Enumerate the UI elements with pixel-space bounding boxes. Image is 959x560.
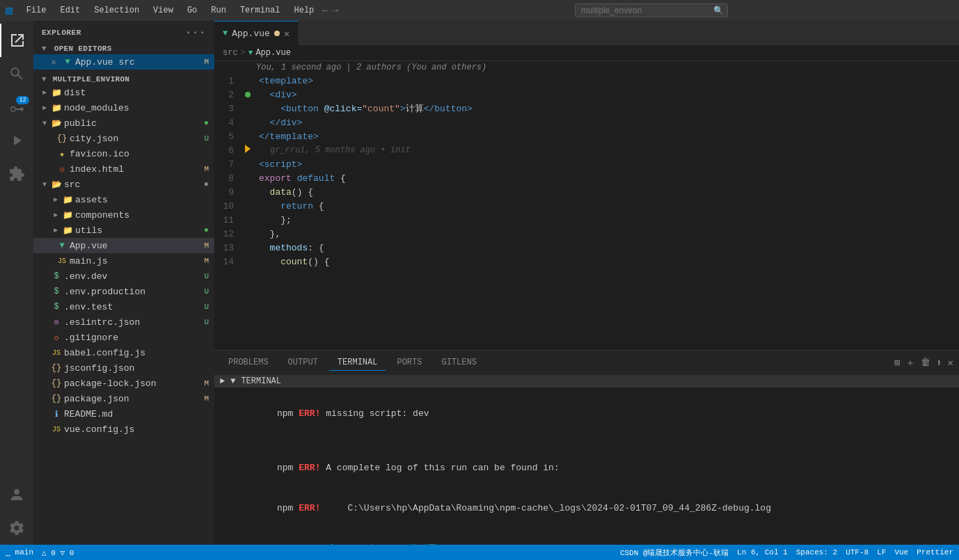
extensions-activity-icon[interactable] (0, 157, 33, 191)
tab-problems[interactable]: PROBLEMS (220, 355, 277, 371)
tree-item-utils[interactable]: ► 📁 utils ● (33, 223, 214, 238)
back-arrow-icon[interactable]: ← (322, 5, 328, 16)
env-file-icon: $ (50, 302, 63, 312)
tab-output[interactable]: OUTPUT (280, 355, 326, 371)
status-formatter[interactable]: Prettier (917, 548, 953, 557)
terminal-label: TERMINAL (241, 376, 281, 386)
source-control-activity-icon[interactable]: 12 (0, 90, 33, 124)
menu-selection[interactable]: Selection (88, 4, 145, 17)
vue-file-icon: ▼ (61, 57, 74, 67)
search-activity-icon[interactable] (0, 57, 33, 90)
run-debug-activity-icon[interactable] (0, 124, 33, 157)
explorer-activity-icon[interactable] (0, 24, 33, 57)
menu-view[interactable]: View (148, 4, 179, 17)
modified-badge: M (204, 241, 209, 250)
breadcrumb-src[interactable]: src (223, 48, 238, 58)
menu-edit[interactable]: Edit (54, 4, 86, 17)
panel-maximize-icon[interactable]: ⬆ (936, 357, 942, 369)
tree-item-main-js[interactable]: JS main.js M (33, 253, 214, 269)
menu-bar: ▧ File Edit Selection View Go Run Termin… (0, 0, 959, 21)
close-icon[interactable]: ✕ (47, 57, 60, 67)
panel-controls: ⊞ ＋ 🗑 ⬆ ✕ (894, 357, 953, 369)
chevron-right-icon: ► (50, 227, 61, 234)
tree-item-env-dev[interactable]: $ .env.dev U (33, 269, 214, 284)
folder-open-icon: 📂 (50, 118, 63, 129)
tree-item-vue-config[interactable]: JS vue.config.js (33, 422, 214, 437)
tree-item-public[interactable]: ▼ 📂 public ● (33, 115, 214, 131)
tab-app-vue[interactable]: ▼ App.vue ✕ (214, 21, 299, 45)
tab-gitlens[interactable]: GITLENS (433, 355, 484, 371)
tab-close-button[interactable]: ✕ (284, 28, 290, 40)
menu-file[interactable]: File (21, 4, 52, 17)
untracked-badge: U (204, 303, 209, 311)
folder-icon: 📁 (61, 225, 74, 236)
tree-item-env-test[interactable]: $ .env.test U (33, 299, 214, 314)
open-editor-app-vue[interactable]: ✕ ▼ App.vue src M (33, 54, 214, 70)
chevron-right-icon: ► (50, 196, 61, 204)
folder-icon: 📁 (61, 210, 74, 221)
panel-close-icon[interactable]: ✕ (948, 357, 953, 369)
folder-icon: 📁 (50, 88, 63, 98)
code-editor[interactable]: 1 <template> 2 <div> 3 <button @click="c… (214, 74, 959, 350)
chevron-right-icon: ► (50, 211, 61, 219)
tree-item-city-json[interactable]: {} city.json U (33, 131, 214, 146)
tree-item-node-modules[interactable]: ► 📁 node_modules (33, 100, 214, 115)
open-editors-tree: ✕ ▼ App.vue src M (33, 54, 214, 70)
settings-activity-icon[interactable] (0, 511, 33, 545)
status-errors[interactable]: △ 0 ▽ 0 (42, 548, 74, 557)
terminal-line-2: npm ERR! A complete log of this run can … (223, 447, 951, 488)
untracked-badge: U (204, 272, 209, 280)
tab-terminal[interactable]: TERMINAL (329, 355, 386, 371)
forward-arrow-icon[interactable]: → (333, 5, 338, 16)
menu-run[interactable]: Run (205, 4, 232, 17)
status-eol[interactable]: LF (877, 548, 886, 557)
tree-item-components[interactable]: ► 📁 components (33, 207, 214, 223)
env-file-icon: $ (50, 287, 63, 296)
status-lang[interactable]: Vue (894, 548, 908, 557)
modified-indicator: ● (204, 118, 209, 128)
tree-item-index-html[interactable]: ◇ index.html M (33, 161, 214, 177)
tree-item-eslintrc[interactable]: ⊙ .eslintrc.json U (33, 314, 214, 330)
panel-trash-icon[interactable]: 🗑 (921, 357, 930, 369)
terminal-content[interactable]: npm ERR! missing script: dev npm ERR! A … (214, 387, 959, 545)
panel-split-icon[interactable]: ⊞ (894, 357, 900, 369)
terminal-line-blank-1 (223, 434, 951, 448)
project-tree: ► 📁 dist ► 📁 node_modules ▼ 📂 public ● (33, 85, 214, 437)
tree-item-babel-config[interactable]: JS babel.config.js (33, 345, 214, 360)
tree-item-gitignore[interactable]: ◇ .gitignore (33, 330, 214, 345)
menu-terminal[interactable]: Terminal (235, 4, 286, 17)
tree-item-src[interactable]: ▼ 📂 src ● (33, 177, 214, 192)
modified-badge: M (204, 379, 209, 387)
tree-item-env-production[interactable]: $ .env.production U (33, 284, 214, 299)
terminal-line-4: PS D:\学习案例\vue实验\多环境配置\multiple_environ> (223, 529, 951, 545)
tree-item-favicon[interactable]: ★ favicon.ico (33, 146, 214, 161)
explorer-menu-button[interactable]: ··· (185, 26, 206, 39)
tree-item-readme[interactable]: ℹ README.md (33, 406, 214, 422)
js-file-icon: JS (50, 426, 63, 433)
menu-go[interactable]: Go (182, 4, 203, 17)
main-area: 12 EXPLORER ··· ▼ OPEN EDITORS ✕ (0, 21, 959, 545)
accounts-activity-icon[interactable] (0, 478, 33, 511)
tab-ports[interactable]: PORTS (388, 355, 430, 371)
code-line-6: 6 gr_rrui, 5 months ago • init (214, 143, 959, 157)
breadcrumb-filename[interactable]: App.vue (255, 48, 290, 58)
tree-item-jsconfig[interactable]: {} jsconfig.json (33, 360, 214, 376)
status-ln-col[interactable]: Ln 6, Col 1 (737, 548, 788, 557)
panel-add-icon[interactable]: ＋ (905, 357, 915, 369)
code-line-13: 13 methods: { (214, 241, 959, 255)
code-line-1: 1 <template> (214, 74, 959, 88)
menu-help[interactable]: Help (289, 4, 320, 17)
command-search-input[interactable] (575, 3, 728, 17)
folder-icon: 📁 (50, 103, 63, 113)
tree-item-package-lock[interactable]: {} package-lock.json M (33, 376, 214, 391)
tree-item-assets[interactable]: ► 📁 assets (33, 192, 214, 207)
tree-item-dist[interactable]: ► 📁 dist (33, 85, 214, 100)
status-spaces[interactable]: Spaces: 2 (796, 548, 837, 557)
tree-item-app-vue[interactable]: ▼ App.vue M (33, 238, 214, 253)
project-label[interactable]: ▼ MULTIPLE_ENVIRON (33, 72, 214, 85)
breadcrumb: src > ▼ App.vue (214, 45, 959, 61)
status-branch[interactable]: ⎯ main (6, 548, 33, 557)
tree-item-package-json[interactable]: {} package.json M (33, 391, 214, 406)
modified-badge: M (204, 394, 209, 403)
status-encoding[interactable]: UTF-8 (846, 548, 869, 557)
